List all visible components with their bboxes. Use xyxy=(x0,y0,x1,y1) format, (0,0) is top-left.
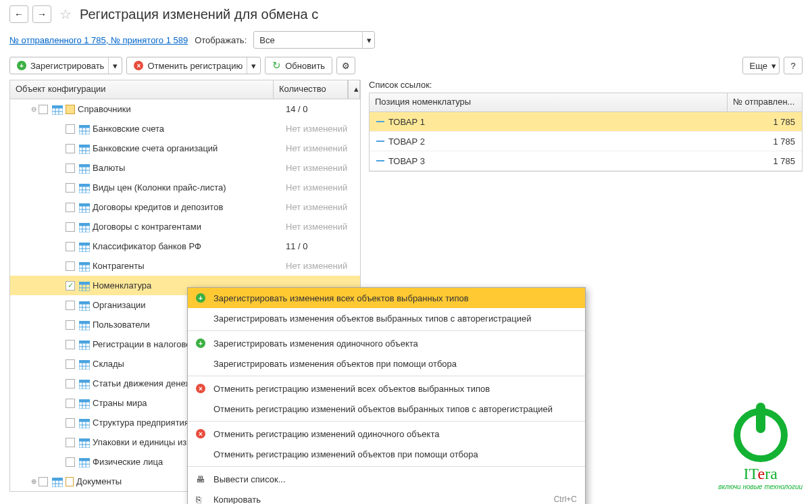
register-button[interactable]: + Зарегистрировать ▾ xyxy=(9,57,122,74)
menu-item[interactable]: Зарегистрировать изменения объектов выбр… xyxy=(188,308,585,328)
checkbox[interactable] xyxy=(66,203,75,212)
print-icon: 🖶 xyxy=(196,474,205,484)
tree-row[interactable]: ⊖Справочники14 / 0 xyxy=(10,99,360,119)
menu-item-label: Отменить регистрацию изменений объектов … xyxy=(213,449,577,459)
table-icon xyxy=(79,144,90,153)
menu-item[interactable]: +Зарегистрировать изменения одиночного о… xyxy=(188,333,585,353)
tree-row[interactable]: Банковские счета организацийНет изменени… xyxy=(10,138,360,158)
checkbox[interactable] xyxy=(39,105,48,114)
item-icon xyxy=(376,160,384,161)
tree-row[interactable]: КонтрагентыНет изменений xyxy=(10,256,360,276)
checkbox[interactable] xyxy=(66,457,75,467)
table-icon xyxy=(79,222,90,232)
checkbox[interactable] xyxy=(66,399,75,408)
col-header-sent[interactable]: № отправлен... xyxy=(728,93,802,111)
tree-row[interactable]: Банковские счетаНет изменений xyxy=(10,119,360,138)
item-icon xyxy=(376,121,384,122)
settings-button[interactable]: ⚙ xyxy=(336,57,355,74)
checkbox[interactable] xyxy=(66,418,75,428)
tree-row[interactable]: Виды цен (Колонки прайс-листа)Нет измене… xyxy=(10,178,360,197)
display-value: Все xyxy=(259,35,274,45)
menu-item-label: Отменить регистрацию изменений всех объе… xyxy=(213,384,577,394)
help-button[interactable]: ? xyxy=(784,57,803,74)
tree-item-count: Нет изменений xyxy=(286,202,360,212)
checkbox[interactable] xyxy=(66,222,75,232)
logo-text: ITera xyxy=(718,465,803,483)
expand-icon[interactable]: ⊕ xyxy=(29,478,39,485)
table-row[interactable]: ТОВАР 11 785 xyxy=(370,112,802,132)
refresh-button[interactable]: ↻ Обновить xyxy=(265,57,332,74)
links-list-label: Список ссылок: xyxy=(369,80,803,90)
context-menu: +Зарегистрировать изменения всех объекто… xyxy=(187,287,586,504)
scroll-indicator: ▴ xyxy=(348,80,360,99)
tree-item-count: Нет изменений xyxy=(286,124,360,134)
checkbox[interactable] xyxy=(66,359,75,369)
item-icon xyxy=(376,141,384,142)
display-select[interactable]: Все ▾ xyxy=(253,31,375,49)
checkbox[interactable] xyxy=(66,144,75,153)
menu-item[interactable]: ×Отменить регистрацию изменений одиночно… xyxy=(188,424,585,444)
checkbox[interactable] xyxy=(66,320,75,330)
menu-item[interactable]: +Зарегистрировать изменения всех объекто… xyxy=(188,288,585,308)
table-icon xyxy=(79,183,90,193)
menu-item[interactable]: Зарегистрировать изменения объектов при … xyxy=(188,353,585,374)
collapse-icon[interactable]: ⊖ xyxy=(29,105,39,113)
checkbox[interactable]: ✓ xyxy=(66,281,75,291)
menu-item-label: Зарегистрировать изменения объектов при … xyxy=(213,359,577,369)
menu-item-label: Зарегистрировать изменения одиночного об… xyxy=(213,338,577,349)
menu-item-label: Вывести список... xyxy=(213,474,577,484)
cross-icon: × xyxy=(134,61,143,70)
table-icon xyxy=(79,124,90,134)
cross-icon: × xyxy=(196,429,205,438)
col-header-position[interactable]: Позиция номенклатуры xyxy=(370,93,728,111)
checkbox[interactable] xyxy=(39,477,48,486)
register-label: Зарегистрировать xyxy=(30,61,104,71)
table-icon xyxy=(79,203,90,212)
tree-row[interactable]: Классификатор банков РФ11 / 0 xyxy=(10,236,360,256)
menu-item[interactable]: Отменить регистрацию изменений объектов … xyxy=(188,399,585,419)
menu-item[interactable]: Отменить регистрацию изменений объектов … xyxy=(188,444,585,464)
gear-icon: ⚙ xyxy=(342,61,350,71)
checkbox[interactable] xyxy=(66,183,75,193)
chevron-down-icon: ▾ xyxy=(771,61,776,71)
exchange-numbers-link[interactable]: № отправленного 1 785, № принятого 1 589 xyxy=(9,35,188,45)
chevron-down-icon[interactable]: ▾ xyxy=(247,57,260,74)
checkbox[interactable] xyxy=(66,438,75,447)
refresh-icon: ↻ xyxy=(272,59,281,72)
tree-item-label: Классификатор банков РФ xyxy=(93,241,286,251)
favorite-icon[interactable]: ☆ xyxy=(59,6,72,22)
copy-icon: ⎘ xyxy=(196,495,201,505)
cancel-label: Отменить регистрацию xyxy=(147,61,243,71)
menu-shortcut: Ctrl+C xyxy=(554,495,577,504)
tree-row[interactable]: Договоры кредитов и депозитовНет изменен… xyxy=(10,197,360,217)
checkbox[interactable] xyxy=(66,124,75,134)
tree-item-label: Контрагенты xyxy=(93,261,286,271)
links-table: Позиция номенклатуры № отправлен... ТОВА… xyxy=(369,93,803,172)
checkbox[interactable] xyxy=(66,261,75,271)
menu-item-label: Копировать xyxy=(213,495,547,505)
table-icon xyxy=(79,359,90,369)
chevron-down-icon[interactable]: ▾ xyxy=(108,57,122,74)
checkbox[interactable] xyxy=(66,340,75,349)
more-button[interactable]: Еще ▾ xyxy=(742,57,780,74)
cancel-register-button[interactable]: × Отменить регистрацию ▾ xyxy=(126,57,261,74)
table-icon xyxy=(79,281,90,291)
tree-row[interactable]: ВалютыНет изменений xyxy=(10,158,360,178)
col-header-count[interactable]: Количество xyxy=(274,80,348,99)
col-header-config[interactable]: Объект конфигурации xyxy=(10,80,274,99)
tree-item-label: Договоры с контрагентами xyxy=(93,222,286,232)
checkbox[interactable] xyxy=(66,379,75,388)
menu-item[interactable]: ×Отменить регистрацию изменений всех объ… xyxy=(188,378,585,399)
table-icon xyxy=(79,438,90,447)
menu-item[interactable]: ⎘КопироватьCtrl+C xyxy=(188,489,585,504)
checkbox[interactable] xyxy=(66,163,75,173)
catalog-icon xyxy=(66,105,75,114)
tree-row[interactable]: Договоры с контрагентамиНет изменений xyxy=(10,217,360,236)
menu-item[interactable]: 🖶Вывести список... xyxy=(188,469,585,489)
forward-button[interactable]: → xyxy=(32,5,51,23)
checkbox[interactable] xyxy=(66,242,75,251)
back-button[interactable]: ← xyxy=(9,5,28,23)
checkbox[interactable] xyxy=(66,301,75,310)
table-row[interactable]: ТОВАР 31 785 xyxy=(370,151,802,171)
table-row[interactable]: ТОВАР 21 785 xyxy=(370,132,802,151)
